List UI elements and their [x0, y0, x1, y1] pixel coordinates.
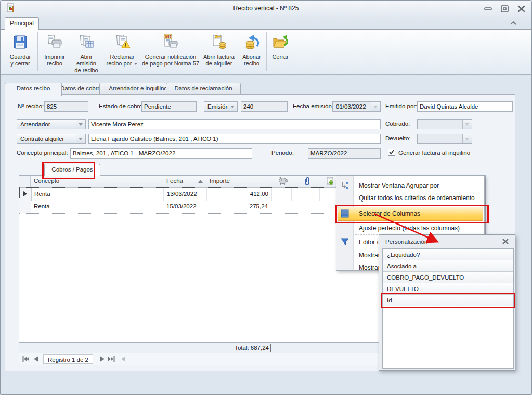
- concepto-principal-field[interactable]: Balmes, 201 , ATICO 1 - MARZO/2022: [70, 148, 252, 159]
- chevron-down-icon[interactable]: [76, 134, 85, 143]
- print-icon: [41, 33, 69, 54]
- button-label: Cerrar: [272, 54, 288, 60]
- ribbon-tab-principal[interactable]: Principal: [5, 17, 39, 30]
- button-label: de recibo: [74, 67, 98, 73]
- menu-item-clear-sorting[interactable]: Quitar todos los criterios de ordenamien…: [336, 192, 484, 204]
- cobrado-field[interactable]: [417, 119, 472, 129]
- cell-concepto[interactable]: Renta: [31, 200, 163, 213]
- print-receipt-button[interactable]: Imprimir recibo: [41, 32, 69, 72]
- download-document-icon: [326, 177, 334, 186]
- generate-norma57-notification-button[interactable]: N57 Generar notificación de pago por Nor…: [141, 32, 200, 72]
- close-icon[interactable]: [502, 239, 509, 246]
- open-rent-invoice-button[interactable]: Abrir factura de alquiler: [201, 32, 237, 72]
- fecha-emision-field[interactable]: 01/03/2022: [332, 101, 381, 112]
- emision-combo[interactable]: Emisión: [204, 101, 238, 112]
- button-label: de pago por Norma 57: [142, 60, 199, 67]
- claim-receipt-icon: [104, 33, 140, 54]
- last-record-icon[interactable]: [108, 356, 115, 363]
- cell-importe[interactable]: 275,24: [206, 200, 271, 213]
- emitido-por-label: Emitido por:: [385, 103, 417, 109]
- button-label: Generar notificación: [145, 54, 196, 60]
- button-label: recibo por: [107, 60, 132, 67]
- menu-item-group-by[interactable]: Mostrar Ventana Agrupar por: [336, 179, 484, 192]
- minimize-button[interactable]: [483, 5, 495, 12]
- close-button[interactable]: [516, 5, 528, 12]
- generar-factura-label[interactable]: Generar factura al inquilino: [398, 150, 470, 156]
- cell-fecha[interactable]: 13/03/2022: [164, 188, 207, 201]
- contrato-alquiler-field[interactable]: Elena Fajardo Galisteo (Balmes, 201 , AT…: [88, 134, 381, 144]
- column-header-piggy[interactable]: [271, 176, 291, 187]
- emision-combo-value: Emisión: [207, 103, 229, 110]
- cell-fecha[interactable]: 15/03/2022: [163, 200, 206, 213]
- periodo-field[interactable]: MARZO/2022: [308, 148, 381, 159]
- column-header-concepto[interactable]: Concepto: [31, 176, 163, 187]
- num-recibo-field[interactable]: 825: [44, 101, 88, 112]
- first-record-icon[interactable]: [22, 356, 30, 363]
- app-window: Recibo vertical - Nº 825 Principal Guard…: [0, 0, 532, 395]
- emision-number-field[interactable]: 240: [241, 101, 288, 112]
- piggy-bank-icon: [278, 177, 288, 185]
- arrendador-combo-label: Arrendador: [20, 121, 50, 127]
- cell-importe[interactable]: 412,00: [207, 188, 272, 201]
- fecha-emision-label: Fecha emisión:: [293, 103, 333, 109]
- arrendador-combo[interactable]: Arrendador: [17, 119, 86, 129]
- menu-item-best-fit[interactable]: Ajuste perfecto (todas las columnas): [336, 222, 484, 234]
- concepto-principal-label: Concepto principal:: [17, 150, 68, 156]
- tab-datos-recibo[interactable]: Datos recibo: [5, 83, 62, 96]
- tab-cobros-pagos[interactable]: Cobros / Pagos: [44, 164, 100, 176]
- close-window-button[interactable]: Cerrar: [268, 32, 292, 72]
- list-item-devuelto[interactable]: DEVUELTO: [383, 283, 513, 295]
- save-and-close-button[interactable]: Guardar y cerrar: [5, 32, 35, 72]
- list-item-asociado[interactable]: Asociado a: [383, 260, 513, 272]
- cell-attachment[interactable]: [291, 200, 319, 213]
- button-label: Abrir factura: [203, 54, 235, 60]
- cell-piggy[interactable]: [271, 200, 291, 213]
- devuelto-field[interactable]: [417, 134, 472, 144]
- column-header-fecha[interactable]: Fecha: [163, 176, 206, 187]
- generar-factura-checkbox[interactable]: [388, 149, 395, 157]
- svg-text:N57: N57: [165, 35, 172, 39]
- list-item-cobro-pago-devuelto[interactable]: COBRO_PAGO_DEVUELTO: [383, 272, 513, 283]
- row-indicator: [19, 200, 31, 213]
- restore-button[interactable]: [500, 5, 511, 12]
- collapse-ribbon-icon[interactable]: [508, 19, 520, 28]
- rent-invoice-icon: [201, 33, 237, 54]
- column-header-attachment[interactable]: [291, 176, 319, 187]
- row-indicator: [20, 188, 32, 201]
- group-by-icon: [340, 181, 349, 192]
- chevron-down-icon[interactable]: [228, 102, 237, 111]
- cell-piggy[interactable]: [272, 188, 292, 201]
- button-label: Guardar: [10, 54, 31, 60]
- refund-receipt-button[interactable]: Abonar recibo: [238, 32, 265, 72]
- norma57-icon: N57: [141, 33, 200, 54]
- devuelto-label: Devuelto:: [385, 135, 411, 141]
- chevron-down-icon: [462, 134, 472, 143]
- contrato-combo-label: Contrato alquiler: [20, 136, 64, 142]
- num-recibo-label: Nº recibo:: [18, 103, 44, 109]
- button-label: recibo: [47, 60, 62, 67]
- window-title: Recibo vertical - Nº 825: [1, 5, 531, 12]
- column-header-download[interactable]: [319, 176, 338, 187]
- menu-item-column-chooser[interactable]: Selector de Columnas: [336, 207, 484, 220]
- refund-icon: [238, 33, 265, 54]
- previous-record-icon[interactable]: [34, 356, 38, 363]
- list-item-liquidado[interactable]: ¿Liquidado?: [383, 249, 513, 260]
- list-item-id[interactable]: Id.: [383, 295, 513, 306]
- contrato-alquiler-combo[interactable]: Contrato alquiler: [17, 134, 86, 144]
- ribbon: Guardar y cerrar Imprimir recibo Abrir e…: [1, 29, 532, 75]
- arrendador-field[interactable]: Vicente Mora Perez: [88, 119, 381, 129]
- chevron-down-icon[interactable]: [371, 102, 380, 111]
- open-receipt-emission-button[interactable]: Abrir emisión de recibo: [70, 32, 103, 72]
- claim-receipt-button[interactable]: Reclamar recibo por: [104, 32, 140, 72]
- button-label: de alquiler: [206, 60, 232, 67]
- scroll-left-icon[interactable]: [121, 356, 126, 363]
- sort-ascending-icon: [198, 180, 203, 183]
- chevron-down-icon[interactable]: [76, 120, 85, 129]
- next-record-icon[interactable]: [100, 356, 105, 363]
- cell-attachment[interactable]: [292, 188, 320, 201]
- emitido-por-field[interactable]: David Quintas Alcalde: [417, 101, 513, 112]
- estado-cobro-field[interactable]: Pendiente: [141, 101, 197, 112]
- cell-concepto[interactable]: Renta: [31, 188, 164, 201]
- cell-download[interactable]: [319, 200, 338, 213]
- column-header-importe[interactable]: Importe: [206, 176, 271, 187]
